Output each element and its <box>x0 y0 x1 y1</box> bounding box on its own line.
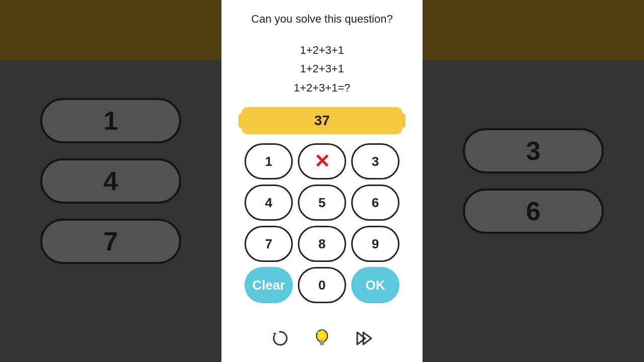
key-1[interactable]: 1 <box>245 143 293 179</box>
bg-btn-1: 1 <box>40 98 181 143</box>
question-title: Can you solve this question? <box>251 13 392 26</box>
key-delete[interactable]: ✕ <box>298 143 346 179</box>
equation-line-3: 1+2+3+1=? <box>294 78 351 97</box>
svg-rect-4 <box>319 341 325 343</box>
bottom-toolbar <box>269 327 375 357</box>
bg-btn-7: 7 <box>40 219 181 264</box>
hint-button[interactable] <box>311 327 333 349</box>
retry-button[interactable] <box>269 327 291 349</box>
bg-btn-4: 4 <box>40 158 181 204</box>
bg-btn-6: 6 <box>463 189 604 234</box>
divider-left <box>221 0 222 362</box>
bg-left-panel: 1 4 7 <box>0 0 221 362</box>
equation-block: 1+2+3+1 1+2+3+1 1+2+3+1=? <box>294 41 351 97</box>
clear-button[interactable]: Clear <box>245 267 293 303</box>
delete-icon: ✕ <box>314 152 330 171</box>
key-3[interactable]: 3 <box>351 143 399 179</box>
key-5[interactable]: 5 <box>298 185 346 221</box>
bg-top-bar-left <box>0 0 221 60</box>
svg-point-6 <box>320 334 324 338</box>
center-panel: Can you solve this question? 1+2+3+1 1+2… <box>221 0 423 362</box>
key-0[interactable]: 0 <box>298 267 346 303</box>
key-4[interactable]: 4 <box>245 185 293 221</box>
svg-rect-5 <box>320 343 324 345</box>
answer-display: 37 <box>242 107 403 134</box>
key-8[interactable]: 8 <box>298 226 346 262</box>
bg-btn-3: 3 <box>463 128 604 173</box>
divider-right <box>422 0 423 362</box>
keypad: 1 ✕ 3 4 5 6 7 8 9 Clear 0 OK <box>245 143 399 303</box>
ok-button[interactable]: OK <box>351 267 399 303</box>
skip-button[interactable] <box>353 327 375 349</box>
screen: 1 4 7 3 6 Can you solve this question? 1… <box>0 0 644 362</box>
key-7[interactable]: 7 <box>245 226 293 262</box>
key-9[interactable]: 9 <box>351 226 399 262</box>
svg-marker-7 <box>357 332 365 344</box>
equation-line-2: 1+2+3+1 <box>294 59 351 78</box>
key-6[interactable]: 6 <box>351 185 399 221</box>
answer-value: 37 <box>314 113 330 129</box>
bg-top-bar-right <box>423 0 644 60</box>
bg-right-panel: 3 6 <box>423 0 644 362</box>
equation-line-1: 1+2+3+1 <box>294 41 351 59</box>
